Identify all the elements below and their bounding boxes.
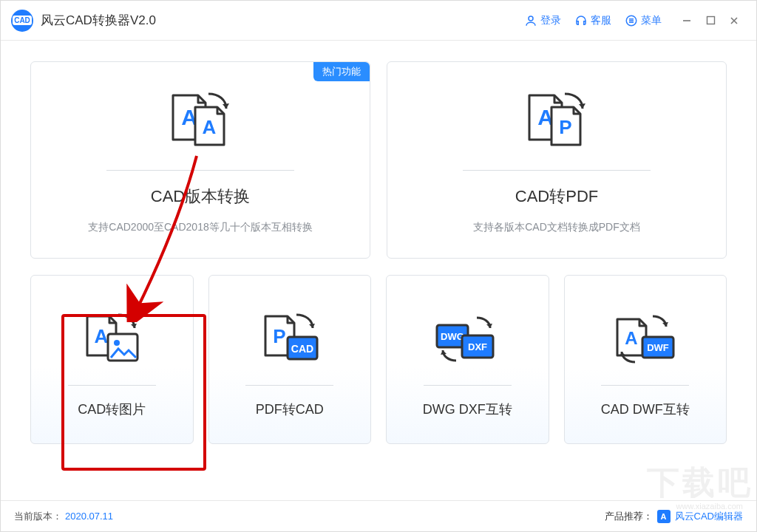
card-title: CAD版本转换 bbox=[151, 185, 250, 208]
user-icon bbox=[524, 14, 537, 27]
card-desc: 支持CAD2000至CAD2018等几十个版本互相转换 bbox=[88, 221, 312, 234]
card-title: CAD转PDF bbox=[515, 185, 598, 208]
svg-text:DWG: DWG bbox=[441, 331, 464, 342]
hot-badge: 热门功能 bbox=[313, 62, 370, 81]
svg-text:DWF: DWF bbox=[647, 342, 669, 353]
menu-icon bbox=[625, 14, 638, 27]
login-label: 登录 bbox=[540, 14, 561, 27]
card-title: CAD DWF互转 bbox=[601, 400, 690, 418]
close-icon bbox=[729, 16, 739, 26]
support-label: 客服 bbox=[591, 14, 611, 27]
svg-rect-2 bbox=[707, 17, 714, 24]
version-label: 当前版本： bbox=[14, 510, 62, 523]
headset-icon bbox=[574, 14, 588, 27]
close-button[interactable] bbox=[722, 9, 746, 33]
minimize-button[interactable] bbox=[675, 9, 699, 33]
app-logo: CAD bbox=[11, 10, 33, 32]
minimize-icon bbox=[682, 16, 692, 26]
svg-text:P: P bbox=[273, 325, 285, 347]
card-title: CAD转图片 bbox=[78, 400, 146, 418]
card-cad-dwf-convert[interactable]: A DWF CAD DWF互转 bbox=[564, 275, 727, 444]
svg-text:CAD: CAD bbox=[291, 343, 313, 355]
menu-button[interactable]: 菜单 bbox=[625, 14, 662, 27]
top-row: 热门功能 A A CAD版本转换 支持CAD2000至CAD2018等几十 bbox=[30, 61, 727, 259]
svg-text:A: A bbox=[203, 116, 217, 138]
divider bbox=[424, 385, 512, 386]
a-dwf-icon: A DWF bbox=[610, 308, 680, 375]
svg-text:P: P bbox=[559, 116, 571, 138]
recommend-link[interactable]: 风云CAD编辑器 bbox=[675, 510, 743, 523]
card-dwg-dxf-convert[interactable]: DWG DXF DWG DXF互转 bbox=[386, 275, 549, 444]
svg-text:A: A bbox=[625, 328, 638, 348]
titlebar: CAD 风云CAD转换器V2.0 登录 客服 菜单 bbox=[1, 1, 756, 41]
card-cad-to-image[interactable]: A CAD转图片 bbox=[30, 275, 194, 444]
card-pdf-to-cad[interactable]: P CAD PDF转CAD bbox=[208, 275, 372, 444]
divider bbox=[68, 385, 156, 386]
recommend-label: 产品推荐： bbox=[605, 510, 653, 523]
card-cad-to-pdf[interactable]: A P CAD转PDF 支持各版本CAD文档转换成PDF文档 bbox=[387, 61, 727, 259]
svg-point-0 bbox=[529, 16, 533, 21]
app-title: 风云CAD转换器V2.0 bbox=[41, 12, 156, 29]
p-cad-icon: P CAD bbox=[257, 308, 323, 375]
aa-convert-icon: A A bbox=[160, 84, 241, 158]
svg-point-9 bbox=[114, 340, 120, 346]
recommend-badge-icon: A bbox=[657, 510, 671, 523]
ap-convert-icon: A P bbox=[516, 84, 597, 158]
maximize-button[interactable] bbox=[699, 9, 722, 33]
app-logo-text: CAD bbox=[13, 16, 32, 25]
bottom-row: A CAD转图片 P bbox=[30, 275, 727, 444]
card-title: PDF转CAD bbox=[256, 400, 324, 418]
support-button[interactable]: 客服 bbox=[574, 14, 611, 27]
statusbar: 当前版本： 2020.07.11 产品推荐： A 风云CAD编辑器 bbox=[1, 500, 756, 531]
a-image-icon: A bbox=[78, 308, 145, 375]
login-button[interactable]: 登录 bbox=[524, 14, 561, 27]
maximize-icon bbox=[706, 16, 716, 25]
version-value: 2020.07.11 bbox=[65, 511, 113, 522]
divider bbox=[463, 170, 650, 171]
card-title: DWG DXF互转 bbox=[423, 400, 512, 418]
menu-label: 菜单 bbox=[641, 14, 662, 27]
watermark-text: 下载吧 bbox=[647, 461, 753, 505]
card-cad-version-convert[interactable]: 热门功能 A A CAD版本转换 支持CAD2000至CAD2018等几十 bbox=[30, 61, 370, 259]
card-desc: 支持各版本CAD文档转换成PDF文档 bbox=[473, 221, 640, 234]
divider bbox=[601, 385, 689, 386]
divider bbox=[106, 170, 293, 171]
svg-text:DXF: DXF bbox=[468, 341, 487, 352]
content: 热门功能 A A CAD版本转换 支持CAD2000至CAD2018等几十 bbox=[1, 41, 756, 457]
divider bbox=[245, 385, 333, 386]
svg-text:A: A bbox=[95, 325, 109, 347]
dwg-dxf-icon: DWG DXF bbox=[432, 308, 503, 375]
